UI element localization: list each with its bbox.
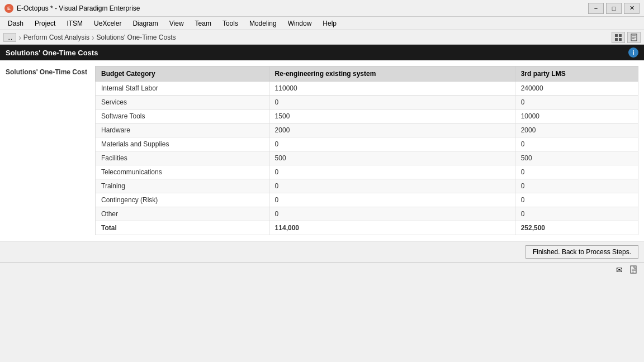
- menu-item-help[interactable]: Help: [317, 18, 342, 28]
- col1-value-cell: 0: [269, 193, 515, 207]
- title-bar: E E-Octopus * - Visual Paradigm Enterpri…: [0, 0, 644, 17]
- col1-value-cell: 0: [269, 165, 515, 179]
- col1-value-cell: 114,000: [269, 221, 515, 235]
- budget-category-cell: Internal Staff Labor: [96, 82, 269, 96]
- col1-value-cell: 0: [269, 137, 515, 151]
- breadcrumb-separator-1: ›: [18, 33, 21, 42]
- menu-item-view[interactable]: View: [164, 18, 190, 28]
- section-header-title: Solutions' One-Time Costs: [6, 49, 98, 57]
- breadcrumb-separator-2: ›: [92, 33, 94, 42]
- table-row: Training00: [96, 179, 638, 193]
- table-row: Other00: [96, 207, 638, 221]
- budget-category-cell: Total: [96, 221, 269, 235]
- table-row: Materials and Supplies00: [96, 137, 638, 151]
- table-row: Internal Staff Labor110000240000: [96, 82, 638, 96]
- col1-value-cell: 0: [269, 96, 515, 109]
- budget-category-cell: Facilities: [96, 151, 269, 165]
- breadcrumb-item-1[interactable]: Perform Cost Analysis: [23, 34, 89, 41]
- breadcrumb-bar: ... › Perform Cost Analysis › Solutions'…: [0, 30, 644, 45]
- col1-value-cell: 0: [269, 207, 515, 221]
- col2-value-cell: 0: [515, 165, 638, 179]
- table-row: Facilities500500: [96, 151, 638, 165]
- col1-value-cell: 2000: [269, 123, 515, 137]
- table-row: Software Tools150010000: [96, 109, 638, 123]
- breadcrumb-right: [612, 32, 641, 43]
- table-header-3rd-party-lms: 3rd party LMS: [515, 66, 638, 82]
- breadcrumb-page-icon[interactable]: [627, 32, 641, 43]
- menu-item-window[interactable]: Window: [282, 18, 318, 28]
- table-header-re-engineering-existing-system: Re-engineering existing system: [269, 66, 515, 82]
- col2-value-cell: 0: [515, 207, 638, 221]
- window-controls[interactable]: − □ ✕: [588, 3, 640, 14]
- table-container: Solutions' One-Time Cost Budget Category…: [0, 60, 644, 241]
- menu-item-team[interactable]: Team: [190, 18, 217, 28]
- left-section-label: Solutions' One-Time Cost: [6, 66, 89, 235]
- status-bar: ✉: [0, 262, 644, 277]
- menu-item-tools[interactable]: Tools: [217, 18, 244, 28]
- col2-value-cell: 0: [515, 137, 638, 151]
- menu-item-dash[interactable]: Dash: [2, 18, 29, 28]
- table-row: Services00: [96, 96, 638, 109]
- bottom-bar: Finished. Back to Process Steps.: [0, 241, 644, 262]
- col2-value-cell: 0: [515, 96, 638, 109]
- app-title: E-Octopus * - Visual Paradigm Enterprise: [17, 4, 140, 12]
- col1-value-cell: 500: [269, 151, 515, 165]
- breadcrumb-item-2: Solutions' One-Time Costs: [97, 34, 176, 41]
- svg-rect-2: [615, 38, 618, 41]
- app-icon: E: [4, 4, 13, 13]
- title-bar-left: E E-Octopus * - Visual Paradigm Enterpri…: [4, 4, 140, 13]
- budget-category-cell: Hardware: [96, 123, 269, 137]
- budget-category-cell: Telecommunications: [96, 165, 269, 179]
- svg-rect-1: [619, 34, 622, 37]
- menu-item-uexceler[interactable]: UeXceler: [88, 18, 127, 28]
- table-row: Contingency (Risk)00: [96, 193, 638, 207]
- col1-value-cell: 110000: [269, 82, 515, 96]
- breadcrumb-grid-icon[interactable]: [612, 32, 625, 43]
- col1-value-cell: 0: [269, 179, 515, 193]
- budget-category-cell: Services: [96, 96, 269, 109]
- col1-value-cell: 1500: [269, 109, 515, 123]
- breadcrumb-left: ... › Perform Cost Analysis › Solutions'…: [3, 33, 176, 42]
- budget-category-cell: Contingency (Risk): [96, 193, 269, 207]
- col2-value-cell: 240000: [515, 82, 638, 96]
- section-header: Solutions' One-Time Costs i: [0, 45, 644, 60]
- budget-category-cell: Software Tools: [96, 109, 269, 123]
- col2-value-cell: 0: [515, 193, 638, 207]
- col2-value-cell: 10000: [515, 109, 638, 123]
- content-area: Solutions' One-Time Cost Budget Category…: [0, 60, 644, 241]
- budget-category-cell: Materials and Supplies: [96, 137, 269, 151]
- email-icon[interactable]: ✉: [614, 264, 625, 275]
- table-header-budget-category: Budget Category: [96, 66, 269, 82]
- col2-value-cell: 0: [515, 179, 638, 193]
- col2-value-cell: 252,500: [515, 221, 638, 235]
- maximize-button[interactable]: □: [606, 3, 622, 14]
- table-row: Hardware20002000: [96, 123, 638, 137]
- svg-rect-0: [615, 34, 618, 37]
- col2-value-cell: 2000: [515, 123, 638, 137]
- menu-item-project[interactable]: Project: [29, 18, 61, 28]
- finished-button[interactable]: Finished. Back to Process Steps.: [525, 245, 638, 259]
- breadcrumb-back-button[interactable]: ...: [3, 33, 16, 42]
- info-icon[interactable]: i: [628, 47, 638, 58]
- menu-bar: DashProjectITSMUeXcelerDiagramViewTeamTo…: [0, 17, 644, 30]
- minimize-button[interactable]: −: [588, 3, 604, 14]
- table-row: Total114,000252,500: [96, 221, 638, 235]
- table-row: Telecommunications00: [96, 165, 638, 179]
- menu-item-modeling[interactable]: Modeling: [244, 18, 282, 28]
- cost-table: Budget CategoryRe-engineering existing s…: [95, 66, 638, 235]
- svg-rect-3: [619, 38, 622, 41]
- file-icon[interactable]: [628, 264, 640, 275]
- close-button[interactable]: ✕: [624, 3, 640, 14]
- budget-category-cell: Other: [96, 207, 269, 221]
- budget-category-cell: Training: [96, 179, 269, 193]
- menu-item-itsm[interactable]: ITSM: [61, 18, 88, 28]
- col2-value-cell: 500: [515, 151, 638, 165]
- menu-item-diagram[interactable]: Diagram: [127, 18, 163, 28]
